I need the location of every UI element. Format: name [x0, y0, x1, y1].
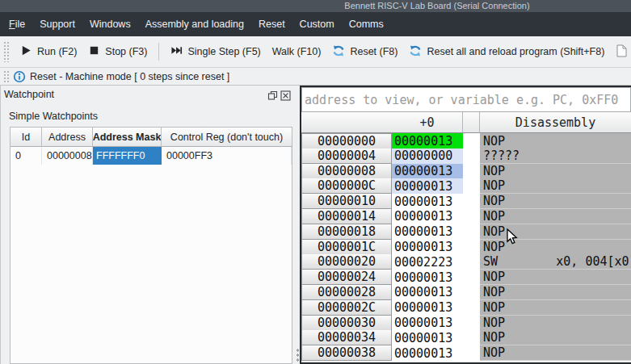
memory-disassembly-cell: NOP: [480, 270, 631, 285]
column-header-gap: [463, 112, 480, 133]
menu-item-file[interactable]: File: [2, 12, 32, 36]
memory-address-cell[interactable]: 00000018: [301, 224, 392, 240]
memory-gap-cell: [463, 300, 480, 316]
memory-gap-cell: [463, 240, 480, 255]
memory-disassembly-cell: NOP: [480, 285, 631, 300]
memory-row: 0000001800000013NOP: [301, 224, 631, 240]
reset-button[interactable]: Reset (F8): [332, 44, 398, 60]
watchpoint-mask-cell[interactable]: FFFFFFF0: [93, 147, 162, 165]
memory-value-cell[interactable]: 00000000: [392, 149, 463, 164]
memory-row: 0000000800000013NOP: [301, 164, 631, 179]
memory-table-header: +0 Disassembly: [301, 112, 631, 133]
memory-address-cell[interactable]: 00000008: [301, 164, 392, 179]
step-forward-icon: [170, 44, 183, 59]
memory-value-cell[interactable]: 00002223: [392, 254, 463, 270]
menu-item-assembly-and-loading[interactable]: Assembly and loading: [138, 12, 251, 36]
memory-disassembly-cell: NOP: [480, 224, 631, 240]
memory-gap-cell: [463, 270, 480, 285]
memory-address-cell[interactable]: 00000004: [301, 149, 392, 164]
memory-address-cell[interactable]: 00000014: [301, 209, 392, 224]
memory-value-cell[interactable]: 00000013: [392, 133, 463, 149]
column-header-address-mask[interactable]: Address Mask: [93, 128, 162, 147]
simple-watchpoints-label: Simple Watchpoints: [9, 111, 98, 122]
memory-gap-cell: [463, 194, 480, 209]
memory-address-cell[interactable]: 00000030: [301, 316, 392, 331]
memory-value-cell[interactable]: 00000013: [392, 270, 463, 285]
memory-gap-cell: [463, 149, 480, 164]
statusbar-grip[interactable]: [3, 70, 9, 83]
info-icon: [13, 70, 26, 83]
menu-item-custom[interactable]: Custom: [292, 12, 342, 36]
memory-address-cell[interactable]: 00000010: [301, 194, 392, 209]
memory-disassembly-cell: NOP: [480, 345, 631, 361]
watchpoint-control-cell[interactable]: 00000FF3: [162, 147, 292, 165]
memory-row: 0000002000002223SW x0, 004[x0]: [301, 254, 631, 270]
memory-address-cell[interactable]: 0000000C: [301, 178, 392, 194]
toolbar-grip[interactable]: [3, 41, 9, 62]
single-step-button[interactable]: Single Step (F5): [170, 44, 260, 59]
memory-address-cell[interactable]: 0000002C: [301, 300, 392, 316]
memory-value-cell[interactable]: 00000013: [392, 178, 463, 194]
main-toolbar: Run (F2) Stop (F3) Single Step (F5) Walk…: [0, 36, 631, 68]
close-panel-icon[interactable]: [280, 90, 291, 100]
memory-gap-cell: [463, 254, 480, 270]
memory-disassembly-cell: NOP: [480, 300, 631, 316]
column-header-plus0[interactable]: +0: [392, 112, 463, 133]
memory-address-cell[interactable]: 00000024: [301, 270, 392, 285]
memory-disassembly-cell: SW x0, 004[x0]: [480, 254, 631, 270]
watchpoints-table: Id Address Address Mask Control Reg (don…: [10, 127, 292, 364]
memory-disassembly-cell: ?????: [480, 149, 631, 164]
column-header-address-blank: [301, 112, 392, 133]
memory-value-cell[interactable]: 00000013: [392, 316, 463, 331]
watchpoint-address-cell[interactable]: 00000008: [42, 147, 93, 165]
memory-address-cell[interactable]: 00000038: [301, 345, 392, 361]
menu-item-support[interactable]: Support: [32, 12, 82, 36]
column-header-id[interactable]: Id: [11, 128, 42, 147]
column-header-disassembly[interactable]: Disassembly: [480, 112, 631, 133]
memory-address-cell[interactable]: 00000034: [301, 330, 392, 345]
memory-gap-cell: [463, 345, 480, 361]
window-title: Bennett RISC-V Lab Board (Serial Connect…: [344, 1, 529, 10]
memory-row: 0000002400000013NOP: [301, 270, 631, 285]
walk-button[interactable]: Walk (F10): [272, 46, 322, 57]
memory-value-cell[interactable]: 00000013: [392, 209, 463, 224]
reset-circular-arrows-icon: [332, 44, 345, 60]
memory-row: 0000002800000013NOP: [301, 285, 631, 300]
float-panel-icon[interactable]: [267, 90, 278, 100]
memory-address-cell[interactable]: 00000020: [301, 254, 392, 270]
memory-disassembly-cell: NOP: [480, 194, 631, 209]
single-step-button-label: Single Step (F5): [187, 46, 260, 57]
column-header-control-reg[interactable]: Control Reg (don't touch): [162, 128, 292, 147]
memory-value-cell[interactable]: 00000013: [392, 194, 463, 209]
load-program-button[interactable]: Load F: [616, 44, 631, 60]
stop-button[interactable]: Stop (F3): [88, 44, 147, 59]
memory-address-cell[interactable]: 0000001C: [301, 240, 392, 255]
status-message: Reset - Machine mode [ 0 steps since res…: [30, 71, 229, 82]
memory-disassembly-cell: NOP: [480, 240, 631, 255]
watchpoint-panel-title: Watchpoint: [4, 89, 54, 100]
memory-gap-cell: [463, 164, 480, 179]
memory-value-cell[interactable]: 00000013: [392, 300, 463, 316]
watchpoint-id-cell[interactable]: 0: [11, 147, 42, 165]
menu-item-reset[interactable]: Reset: [251, 12, 292, 36]
play-icon: [20, 44, 32, 59]
reset-all-reload-button[interactable]: Reset all and reload program (Shift+F8): [409, 44, 604, 60]
memory-gap-cell: [463, 316, 480, 331]
run-button[interactable]: Run (F2): [20, 44, 77, 59]
address-search-input[interactable]: [301, 87, 631, 112]
memory-address-cell[interactable]: 00000028: [301, 285, 392, 300]
memory-value-cell[interactable]: 00000013: [392, 330, 463, 345]
memory-gap-cell: [463, 133, 480, 149]
memory-value-cell[interactable]: 00000013: [392, 285, 463, 300]
column-header-address[interactable]: Address: [42, 128, 93, 147]
memory-gap-cell: [463, 178, 480, 194]
memory-row: 0000001C00000013NOP: [301, 240, 631, 255]
menu-item-comms[interactable]: Comms: [342, 12, 391, 36]
memory-gap-cell: [463, 224, 480, 240]
memory-value-cell[interactable]: 00000013: [392, 345, 463, 361]
menu-item-windows[interactable]: Windows: [82, 12, 138, 36]
memory-value-cell[interactable]: 00000013: [392, 240, 463, 255]
memory-address-cell[interactable]: 00000000: [301, 133, 392, 149]
memory-value-cell[interactable]: 00000013: [392, 164, 463, 179]
memory-value-cell[interactable]: 00000013: [392, 224, 463, 240]
